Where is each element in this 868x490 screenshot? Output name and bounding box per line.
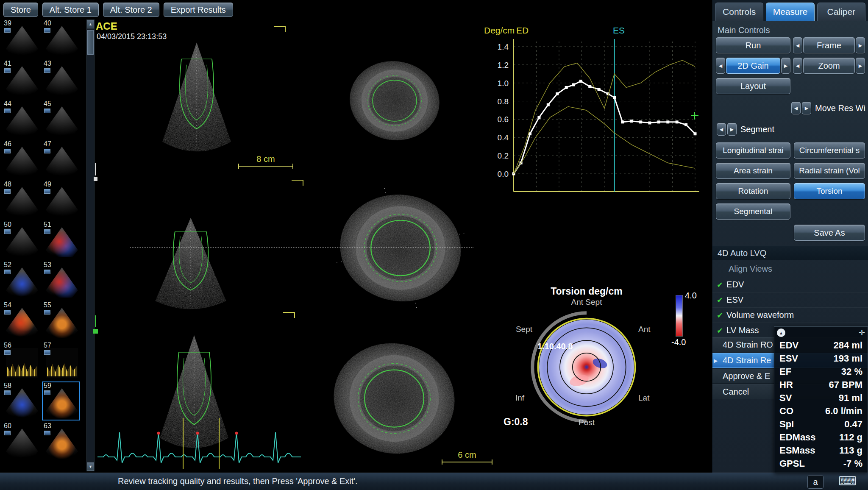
save-as-button[interactable]: Save As: [794, 225, 865, 241]
thumbnail-54[interactable]: 54: [3, 302, 39, 339]
scale-ruler-top: 8 cm: [238, 154, 293, 167]
thumbnail-49[interactable]: 49: [43, 181, 79, 218]
thumbnail-43[interactable]: 43: [43, 61, 79, 97]
thumbnail-image: [6, 388, 38, 418]
result-label: EDV: [779, 340, 798, 351]
toolbar-button-alt-store-1[interactable]: Alt. Store 1: [42, 3, 99, 17]
segment-prev-button[interactable]: ◀: [717, 123, 726, 136]
strain-button-longitudinal-strai[interactable]: Longitudinal strai: [716, 142, 790, 159]
thumbnail-59[interactable]: 59: [43, 383, 79, 419]
strain-button-rotation[interactable]: Rotation: [716, 183, 790, 199]
thumbnail-50[interactable]: 50: [3, 222, 39, 258]
thumbnail-57[interactable]: 57: [43, 342, 79, 379]
thumbnail-55[interactable]: 55: [43, 302, 79, 339]
thumbnail-image: [6, 147, 38, 177]
zoom-button[interactable]: Zoom: [803, 58, 855, 74]
tab-measure[interactable]: Measure: [766, 3, 814, 21]
move-results-icon[interactable]: ✛: [859, 328, 865, 337]
thumbnail-image: [46, 106, 78, 136]
gain-down-button[interactable]: ◀: [716, 58, 725, 74]
thumbnail-51[interactable]: 51: [43, 222, 79, 258]
thumbnail-39[interactable]: 39: [3, 20, 39, 57]
crop-mark: [292, 180, 303, 186]
result-label: ESV: [779, 353, 798, 364]
strain-button-radial-strain-vol[interactable]: Radial strain (Vol: [794, 163, 865, 179]
segment-next-button[interactable]: ▶: [727, 123, 737, 136]
result-row-spi: SpI0.47: [774, 418, 868, 431]
thumbnail-number: 53: [44, 261, 51, 269]
thumbnail-number: 44: [4, 100, 11, 108]
thumbnail-56[interactable]: 56: [3, 342, 39, 379]
strain-button-area-strain[interactable]: Area strain: [716, 163, 790, 179]
strain-button-circumferential-s[interactable]: Circumferential s: [794, 142, 865, 159]
gain-up-button[interactable]: ▶: [781, 58, 790, 74]
lvq-section-header: 4D Auto LVQ: [712, 246, 868, 260]
keyboard-layout-button[interactable]: a: [807, 475, 823, 489]
results-header: ▲ ✛: [774, 327, 868, 339]
thumbnail-48[interactable]: 48: [3, 181, 39, 218]
panel-tabs: ControlsMeasureCaliper: [712, 0, 868, 21]
toolbar-button-alt-store-2[interactable]: Alt. Store 2: [103, 3, 159, 17]
bullseye-label-inf: Inf: [515, 393, 524, 403]
thumbnail-number: 46: [4, 140, 11, 148]
scroll-down-button[interactable]: ▼: [87, 462, 94, 471]
thumbnail-44[interactable]: 44: [3, 101, 39, 137]
result-label: EDMass: [779, 432, 816, 443]
check-icon: ✔: [717, 295, 723, 305]
scrollbar-thumb[interactable]: [87, 30, 94, 55]
2d-gain-button[interactable]: 2D Gain: [726, 58, 780, 74]
ecg-frame-marker[interactable]: [219, 418, 220, 469]
toolbar-button-store[interactable]: Store: [3, 3, 38, 17]
collapse-results-button[interactable]: ▲: [777, 329, 785, 337]
thumbnail-40[interactable]: 40: [43, 20, 79, 57]
bullseye-label-ant: Ant: [638, 325, 651, 334]
check-item-edv[interactable]: ✔EDV: [712, 277, 868, 292]
move-res-prev-button[interactable]: ◀: [791, 102, 801, 114]
bullseye-label-sept: Sept: [507, 325, 532, 334]
move-res-next-button[interactable]: ▶: [802, 102, 811, 114]
ecg-trace: [97, 429, 301, 469]
bullseye-segment-values: 1.10.40.8: [537, 342, 573, 351]
toolbar-button-export-results[interactable]: Export Results: [164, 3, 233, 17]
zoom-out-button[interactable]: ◀: [793, 58, 802, 74]
apical-view-middle: [125, 214, 256, 314]
frame-control: ◀ Frame ▶: [793, 37, 865, 53]
layout-button[interactable]: Layout: [716, 78, 790, 94]
svg-text:1.2: 1.2: [498, 61, 509, 70]
thumbnail-image: [6, 66, 38, 96]
frame-button[interactable]: Frame: [803, 37, 855, 53]
thumbnail-number: 59: [44, 382, 51, 390]
viewport-scrollbar[interactable]: ▲ ▼: [86, 19, 95, 471]
thumbnail-53[interactable]: 53: [43, 262, 79, 298]
check-item-volume-waveform[interactable]: ✔Volume waveform: [712, 308, 868, 323]
thumbnail-41[interactable]: 41: [3, 61, 39, 97]
result-row-hr: HR67 BPM: [774, 378, 868, 391]
clip-icon: [44, 68, 50, 73]
short-axis-view-middle: [335, 187, 466, 309]
tab-caliper[interactable]: Caliper: [817, 3, 865, 21]
strain-button-segmental[interactable]: Segmental: [716, 203, 790, 220]
thumbnail-63[interactable]: 63: [43, 423, 79, 459]
thumbnail-58[interactable]: 58: [3, 383, 39, 419]
thumbnail-image: [6, 106, 38, 136]
zoom-in-button[interactable]: ▶: [856, 58, 865, 74]
ace-logo: ACE: [96, 20, 117, 32]
frame-next-button[interactable]: ▶: [856, 37, 865, 53]
thumbnail-60[interactable]: 60: [3, 423, 39, 459]
check-item-esv[interactable]: ✔ESV: [712, 292, 868, 308]
align-views-item[interactable]: Align Views: [712, 262, 868, 276]
thumbnail-number: 49: [44, 181, 51, 188]
thumbnail-45[interactable]: 45: [43, 101, 79, 137]
strain-button-torsion[interactable]: Torsion: [794, 183, 865, 199]
tab-controls[interactable]: Controls: [715, 3, 763, 21]
run-button[interactable]: Run: [716, 37, 790, 53]
thumbnail-46[interactable]: 46: [3, 141, 39, 178]
thumbnail-47[interactable]: 47: [43, 141, 79, 178]
thumbnail-number: 43: [44, 60, 51, 67]
thumbnail-52[interactable]: 52: [3, 262, 39, 298]
keyboard-icon[interactable]: ⌨: [838, 473, 857, 488]
scroll-up-button[interactable]: ▲: [87, 20, 94, 28]
clip-icon: [4, 28, 11, 33]
frame-prev-button[interactable]: ◀: [793, 37, 802, 53]
ecg-frame-marker[interactable]: [183, 418, 184, 469]
